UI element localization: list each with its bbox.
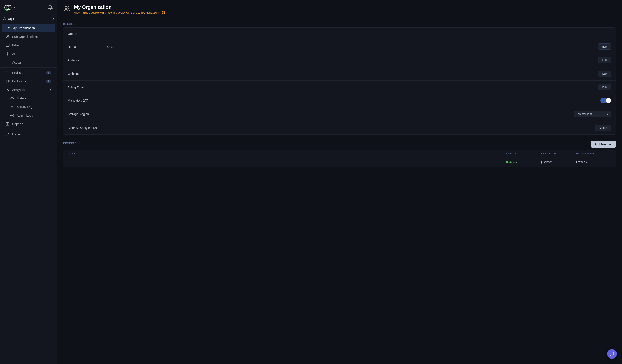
sidebar-item-label: Billing (12, 44, 20, 47)
activity-log-icon (10, 105, 14, 109)
svg-point-11 (7, 54, 8, 55)
org-icon (6, 26, 10, 30)
col-email: EMAIL (68, 152, 506, 155)
sidebar: ✓ ▾ Org1 ▾ My Org (0, 0, 57, 364)
sidebar-item-analytics[interactable]: Analytics ▾ (2, 86, 55, 94)
svg-point-4 (4, 18, 5, 19)
page-icon (63, 5, 71, 13)
page-title-area: My Organization Allow multiple people to… (74, 4, 165, 15)
storage-region-dropdown[interactable]: Amsterdam, NL ▾ (574, 111, 611, 117)
nav-section: My Organization Sub-Organizations Bi (0, 22, 57, 140)
sidebar-item-sub-organizations[interactable]: Sub-Organizations (2, 33, 55, 41)
analytics-expand-icon: ▾ (50, 88, 51, 91)
svg-point-23 (12, 115, 13, 116)
main-content: My Organization Allow multiple people to… (57, 0, 622, 364)
sidebar-item-account[interactable]: Account (2, 58, 55, 67)
sidebar-item-admin-logs[interactable]: Admin Logs (2, 111, 55, 120)
svg-point-22 (12, 106, 13, 108)
mandatory-2fa-label: Mandatory 2FA (68, 99, 107, 102)
sidebar-item-billing[interactable]: Billing (2, 41, 55, 50)
endpoints-badge: 2 (46, 80, 51, 83)
member-permissions: Owner ▾ (576, 160, 611, 164)
svg-rect-15 (6, 71, 9, 74)
detail-row-billing-email: Billing Email Edit (63, 81, 616, 94)
endpoints-icon (6, 79, 10, 83)
sidebar-item-logout[interactable]: Log out (2, 130, 55, 138)
account-icon (6, 60, 10, 64)
logo-area[interactable]: ✓ ▾ (4, 3, 15, 11)
org-selector[interactable]: Org1 ▾ (0, 15, 57, 22)
sidebar-header: ✓ ▾ (0, 0, 57, 15)
detail-row-storage-region: Storage Region Amsterdam, NL ▾ (63, 107, 616, 121)
col-status: STATUS (506, 152, 541, 155)
name-edit-button[interactable]: Edit (598, 43, 611, 50)
support-icon (609, 351, 614, 356)
sidebar-item-label: Reports (12, 122, 23, 126)
billing-email-edit-button[interactable]: Edit (598, 84, 611, 91)
detail-row-website: Website Edit (63, 67, 616, 81)
nav-divider (0, 67, 57, 68)
sidebar-item-label: Activity Log (17, 105, 32, 109)
sidebar-item-api[interactable]: API (2, 50, 55, 58)
analytics-icon (6, 88, 10, 92)
members-section-label: MEMBERS (63, 142, 77, 145)
details-card: Org ID Name Org1 Edit Address Edit Websi… (63, 27, 616, 135)
clear-analytics-label: Clear All Analytics Data (68, 126, 107, 130)
reports-icon (6, 122, 10, 126)
api-icon (6, 52, 10, 56)
detail-row-2fa: Mandatory 2FA (63, 94, 616, 107)
detail-row-name: Name Org1 Edit (63, 40, 616, 54)
sub-org-icon (6, 35, 10, 39)
mandatory-2fa-toggle[interactable] (600, 98, 611, 103)
sidebar-item-label: Sub-Organizations (12, 35, 38, 38)
member-last-active: just now (541, 160, 576, 164)
statistics-icon (10, 96, 14, 100)
detail-row-address: Address Edit (63, 54, 616, 67)
support-button[interactable] (607, 349, 617, 359)
sidebar-item-endpoints[interactable]: Endpoints 2 (2, 77, 55, 85)
notification-bell[interactable] (48, 5, 53, 10)
svg-point-6 (8, 27, 9, 28)
billing-email-label: Billing Email (68, 86, 107, 89)
sidebar-item-reports[interactable]: Reports (2, 120, 55, 128)
add-member-button[interactable]: Add Member (591, 141, 616, 148)
website-label: Website (68, 72, 107, 76)
sidebar-item-label: Endpoints (12, 79, 26, 83)
col-last-active: LAST ACTIVE (541, 152, 576, 155)
website-edit-button[interactable]: Edit (598, 71, 611, 77)
members-header: MEMBERS Add Member (63, 141, 616, 148)
content-area: DETAILS Org ID Name Org1 Edit Address Ed… (57, 18, 622, 364)
info-badge: ⓘ (162, 11, 165, 15)
sidebar-item-label: Analytics (12, 88, 24, 92)
svg-point-29 (65, 6, 67, 9)
clear-analytics-delete-button[interactable]: Delete (595, 125, 611, 131)
permission-chevron-icon: ▾ (586, 161, 587, 164)
permission-dropdown[interactable]: Owner ▾ (576, 160, 611, 164)
svg-rect-12 (6, 61, 9, 64)
sidebar-item-label: Log out (12, 133, 22, 136)
sidebar-item-activity-log[interactable]: Activity Log (2, 103, 55, 111)
billing-icon (6, 43, 10, 47)
page-title: My Organization (74, 4, 165, 10)
app-logo: ✓ (4, 3, 12, 11)
sidebar-item-label: API (12, 52, 17, 56)
address-label: Address (68, 58, 107, 62)
storage-region-label: Storage Region (68, 112, 107, 116)
sidebar-item-label: Admin Logs (17, 114, 33, 117)
sidebar-item-statistics[interactable]: Statistics (2, 94, 55, 102)
svg-point-8 (8, 36, 9, 37)
bell-icon (48, 5, 53, 10)
detail-row-clear-analytics: Clear All Analytics Data Delete (63, 121, 616, 134)
toggle-knob (606, 98, 611, 103)
top-bar: My Organization Allow multiple people to… (57, 0, 622, 18)
svg-point-7 (7, 36, 8, 37)
sidebar-item-my-organization[interactable]: My Organization (2, 24, 55, 32)
logout-icon (6, 132, 10, 136)
profiles-icon (6, 71, 10, 75)
sidebar-item-label: Statistics (17, 96, 29, 100)
subtitle-text: Allow multiple people to manage and depl… (74, 11, 160, 14)
sidebar-item-profiles[interactable]: Profiles 6 (2, 69, 55, 77)
org-name: Org1 (8, 17, 52, 20)
address-edit-button[interactable]: Edit (598, 57, 611, 63)
svg-rect-19 (8, 80, 9, 82)
